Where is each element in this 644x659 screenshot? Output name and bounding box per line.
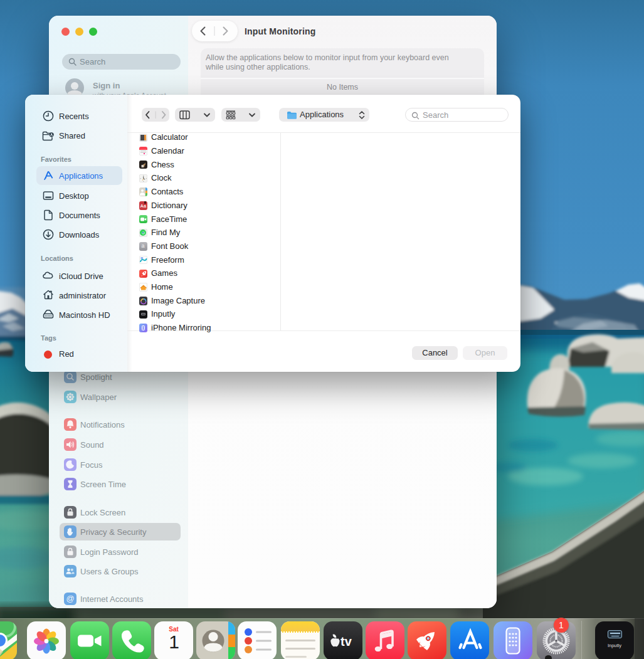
svg-text:tv: tv [340,635,352,648]
